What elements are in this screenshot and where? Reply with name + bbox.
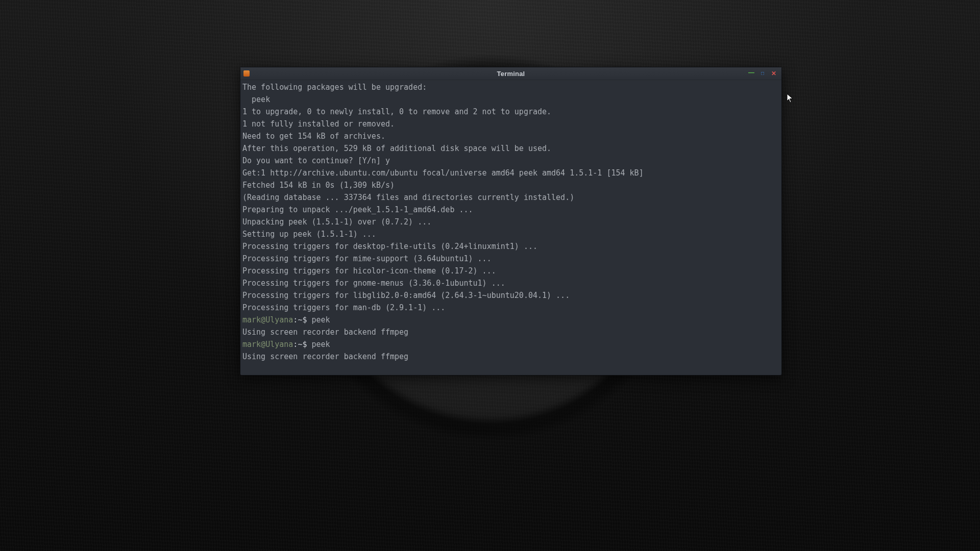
terminal-app-icon — [243, 70, 250, 77]
output-line: 1 to upgrade, 0 to newly install, 0 to r… — [242, 107, 551, 116]
output-line: Processing triggers for libglib2.0-0:amd… — [242, 291, 570, 300]
prompt-user-host: mark@Ulyana — [242, 315, 293, 324]
window-controls: — □ ✕ — [748, 67, 779, 80]
minimize-button[interactable]: — — [748, 70, 755, 77]
command-text: peek — [311, 315, 330, 324]
close-icon: ✕ — [771, 70, 776, 77]
output-line: Do you want to continue? [Y/n] y — [242, 156, 390, 165]
terminal-output[interactable]: The following packages will be upgraded:… — [242, 81, 779, 363]
output-line: 1 not fully installed or removed. — [242, 119, 395, 129]
mouse-cursor-icon — [787, 93, 794, 104]
prompt-sigil: $ — [302, 315, 307, 324]
output-line: The following packages will be upgraded: — [242, 83, 427, 92]
output-line: Processing triggers for mime-support (3.… — [242, 254, 492, 263]
prompt-sigil: $ — [302, 340, 307, 349]
output-line: Need to get 154 kB of archives. — [242, 132, 385, 141]
output-line: Get:1 http://archive.ubuntu.com/ubuntu f… — [242, 168, 644, 178]
output-line: Processing triggers for hicolor-icon-the… — [242, 266, 496, 276]
output-line: After this operation, 529 kB of addition… — [242, 144, 551, 153]
output-line: Preparing to unpack .../peek_1.5.1-1_amd… — [242, 205, 473, 214]
output-line: Unpacking peek (1.5.1-1) over (0.7.2) ..… — [242, 217, 431, 227]
output-line: Setting up peek (1.5.1-1) ... — [242, 230, 376, 239]
output-line: Processing triggers for man-db (2.9.1-1)… — [242, 303, 445, 312]
output-line: Processing triggers for gnome-menus (3.3… — [242, 279, 505, 288]
output-line: (Reading database ... 337364 files and d… — [242, 193, 574, 202]
terminal-window[interactable]: Terminal — □ ✕ The following packages wi… — [240, 67, 782, 375]
output-line: Processing triggers for desktop-file-uti… — [242, 242, 537, 251]
maximize-button[interactable]: □ — [759, 70, 766, 77]
desktop-wallpaper: Terminal — □ ✕ The following packages wi… — [0, 0, 980, 551]
output-line: Fetched 154 kB in 0s (1,309 kB/s) — [242, 181, 395, 190]
minimize-icon: — — [748, 69, 754, 76]
output-line: Using screen recorder backend ffmpeg — [242, 328, 408, 337]
terminal-body[interactable]: The following packages will be upgraded:… — [240, 80, 781, 375]
output-line: peek — [242, 95, 270, 104]
titlebar[interactable]: Terminal — □ ✕ — [240, 67, 781, 80]
maximize-icon: □ — [761, 71, 764, 76]
output-line: Using screen recorder backend ffmpeg — [242, 352, 408, 361]
close-button[interactable]: ✕ — [770, 70, 777, 77]
command-text: peek — [311, 340, 330, 349]
prompt-user-host: mark@Ulyana — [242, 340, 293, 349]
window-title: Terminal — [497, 70, 525, 78]
